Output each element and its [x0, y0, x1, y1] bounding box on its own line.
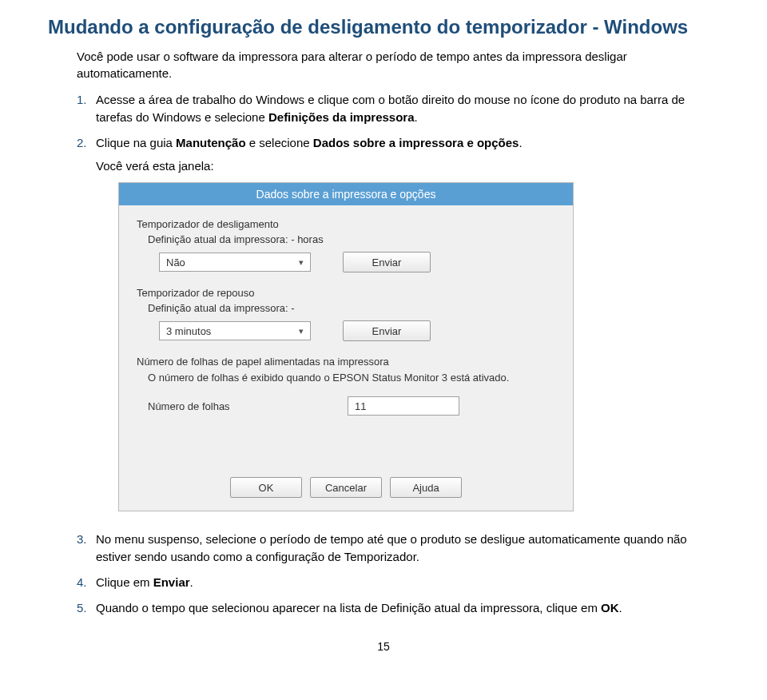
sheets-section-label: Número de folhas de papel alimentadas na… — [137, 356, 555, 368]
step-2: 2. Clique na guia Manutenção e selecione… — [77, 134, 719, 152]
step-number: 1. — [77, 91, 87, 109]
chevron-down-icon: ▾ — [299, 326, 304, 336]
dialog-body: Temporizador de desligamento Definição a… — [119, 205, 573, 469]
dialog-window: Dados sobre a impressora e opções Tempor… — [118, 182, 574, 511]
steps-list: 1. Acesse a área de trabalho do Windows … — [77, 91, 719, 151]
sleep-send-button[interactable]: Enviar — [343, 320, 431, 341]
sleep-row: 3 minutos ▾ Enviar — [159, 320, 555, 341]
step-number: 4. — [77, 574, 87, 591]
dialog-screenshot: Dados sobre a impressora e opções Tempor… — [118, 182, 719, 511]
shutoff-timer-label: Temporizador de desligamento — [137, 218, 555, 230]
step-bold: Manutenção — [176, 136, 246, 149]
step-1: 1. Acesse a área de trabalho do Windows … — [77, 91, 719, 126]
shutoff-current-def: Definição atual da impressora: - horas — [148, 233, 555, 245]
sleep-timer-label: Temporizador de repouso — [137, 287, 555, 299]
step-bold: Enviar — [153, 575, 190, 589]
intro-text: Você pode usar o software da impressora … — [77, 48, 719, 82]
step-after: . — [519, 136, 522, 149]
step-bold2: Dados sobre a impressora e opções — [313, 136, 519, 149]
sheets-row: Número de folhas 11 — [148, 396, 555, 416]
step-after: . — [415, 110, 418, 124]
steps-list-cont: 3. No menu suspenso, selecione o período… — [77, 531, 719, 616]
step-number: 2. — [77, 134, 87, 152]
shutoff-select[interactable]: Não ▾ — [159, 253, 311, 272]
page-title: Mudando a configuração de desligamento d… — [48, 16, 719, 38]
step-bold: Definições da impressora — [268, 110, 415, 124]
ok-button[interactable]: OK — [230, 477, 302, 498]
step-after: . — [190, 575, 193, 589]
step-5: 5. Quando o tempo que selecionou aparece… — [77, 599, 719, 617]
sleep-select-value: 3 minutos — [166, 325, 211, 337]
step-text: Clique em — [96, 575, 153, 589]
step-text: Clique na guia — [96, 136, 176, 149]
page-number: 15 — [48, 640, 719, 653]
step-bold: OK — [601, 601, 619, 614]
step-text: Quando o tempo que selecionou aparecer n… — [96, 601, 601, 614]
step-after: . — [619, 601, 622, 614]
sheets-info-text: O número de folhas é exibido quando o EP… — [148, 371, 555, 385]
step-mid: e selecione — [246, 136, 313, 149]
sheets-field-label: Número de folhas — [148, 400, 348, 412]
step-2-sub: Você verá esta janela: — [96, 159, 719, 173]
sheets-value-field: 11 — [348, 396, 459, 416]
chevron-down-icon: ▾ — [299, 257, 304, 268]
shutoff-row: Não ▾ Enviar — [159, 252, 555, 272]
step-3: 3. No menu suspenso, selecione o período… — [77, 531, 719, 566]
step-number: 3. — [77, 531, 87, 548]
cancel-button[interactable]: Cancelar — [310, 477, 382, 498]
sleep-select[interactable]: 3 minutos ▾ — [159, 321, 311, 340]
step-text: No menu suspenso, selecione o período de… — [96, 532, 687, 563]
step-4: 4. Clique em Enviar. — [77, 574, 719, 591]
help-button[interactable]: Ajuda — [390, 477, 462, 498]
sleep-current-def: Definição atual da impressora: - — [148, 302, 555, 314]
shutoff-send-button[interactable]: Enviar — [343, 252, 431, 272]
shutoff-select-value: Não — [166, 257, 185, 268]
dialog-footer: OK Cancelar Ajuda — [119, 469, 573, 511]
step-number: 5. — [77, 599, 87, 617]
dialog-title-bar: Dados sobre a impressora e opções — [119, 183, 573, 205]
